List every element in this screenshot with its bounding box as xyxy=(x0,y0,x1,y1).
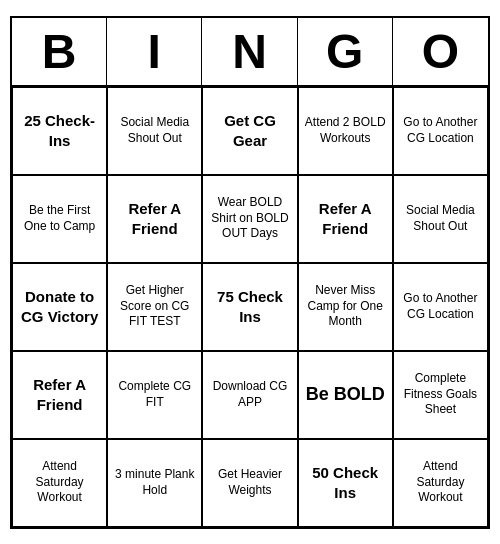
bingo-cell-14: Go to Another CG Location xyxy=(393,263,488,351)
bingo-cell-6: Refer A Friend xyxy=(107,175,202,263)
bingo-cell-5: Be the First One to Camp xyxy=(12,175,107,263)
bingo-cell-23: 50 Check Ins xyxy=(298,439,393,527)
bingo-cell-22: Get Heavier Weights xyxy=(202,439,297,527)
bingo-cell-21: 3 minute Plank Hold xyxy=(107,439,202,527)
bingo-letter-n: N xyxy=(202,18,297,85)
bingo-cell-0: 25 Check-Ins xyxy=(12,87,107,175)
bingo-cell-11: Get Higher Score on CG FIT TEST xyxy=(107,263,202,351)
bingo-header: BINGO xyxy=(12,18,488,87)
bingo-cell-4: Go to Another CG Location xyxy=(393,87,488,175)
bingo-cell-16: Complete CG FIT xyxy=(107,351,202,439)
bingo-cell-3: Attend 2 BOLD Workouts xyxy=(298,87,393,175)
bingo-cell-2: Get CG Gear xyxy=(202,87,297,175)
bingo-grid: 25 Check-InsSocial Media Shout OutGet CG… xyxy=(12,87,488,527)
bingo-cell-9: Social Media Shout Out xyxy=(393,175,488,263)
bingo-cell-18: Be BOLD xyxy=(298,351,393,439)
bingo-cell-24: Attend Saturday Workout xyxy=(393,439,488,527)
bingo-cell-15: Refer A Friend xyxy=(12,351,107,439)
bingo-cell-19: Complete Fitness Goals Sheet xyxy=(393,351,488,439)
bingo-cell-12: 75 Check Ins xyxy=(202,263,297,351)
bingo-card: BINGO 25 Check-InsSocial Media Shout Out… xyxy=(10,16,490,529)
bingo-cell-10: Donate to CG Victory xyxy=(12,263,107,351)
bingo-cell-1: Social Media Shout Out xyxy=(107,87,202,175)
bingo-letter-i: I xyxy=(107,18,202,85)
bingo-cell-8: Refer A Friend xyxy=(298,175,393,263)
bingo-letter-b: B xyxy=(12,18,107,85)
bingo-cell-20: Attend Saturday Workout xyxy=(12,439,107,527)
bingo-letter-g: G xyxy=(298,18,393,85)
bingo-cell-17: Download CG APP xyxy=(202,351,297,439)
bingo-cell-13: Never Miss Camp for One Month xyxy=(298,263,393,351)
bingo-letter-o: O xyxy=(393,18,488,85)
bingo-cell-7: Wear BOLD Shirt on BOLD OUT Days xyxy=(202,175,297,263)
